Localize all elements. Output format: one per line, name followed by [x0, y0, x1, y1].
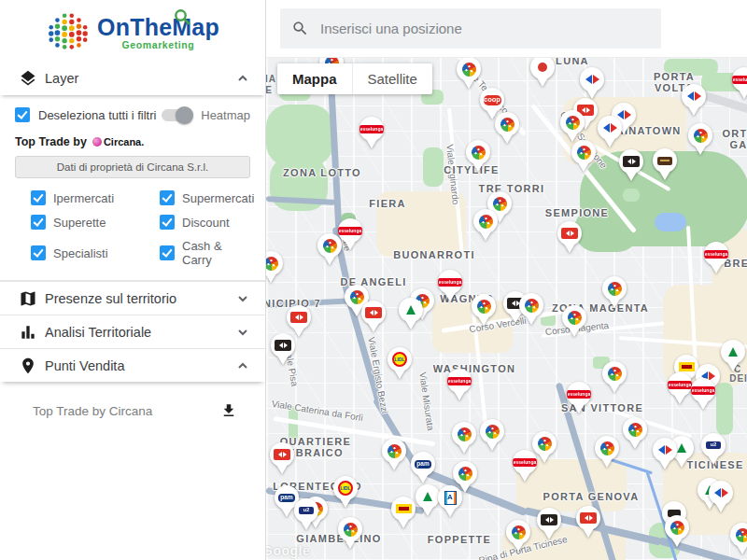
checkbox-label: Supermercati — [182, 191, 254, 205]
store-marker-carrefour-market[interactable] — [575, 506, 601, 540]
store-marker-esselunga[interactable]: esselunga — [437, 270, 463, 304]
store-marker-multicolor[interactable] — [337, 517, 363, 552]
checkbox-icon[interactable] — [31, 215, 46, 230]
store-marker-multicolor[interactable] — [571, 140, 597, 175]
store-marker-multicolor[interactable] — [471, 294, 497, 329]
store-marker-multicolor[interactable] — [494, 112, 520, 147]
top-trade-by-label: Top Trade by — [15, 135, 87, 148]
store-marker-carrefour[interactable] — [579, 67, 605, 102]
store-marker-esselunga[interactable]: esselunga — [512, 450, 538, 484]
store-marker-pam[interactable]: pam — [410, 452, 436, 486]
search-box[interactable] — [280, 8, 661, 49]
layer-section-label: Layer — [45, 71, 237, 86]
store-marker-carrefour-express[interactable] — [618, 149, 644, 184]
store-marker-brown[interactable] — [652, 148, 678, 183]
store-marker-multicolor[interactable] — [687, 123, 713, 158]
store-marker-esselunga[interactable]: esselunga — [359, 117, 385, 151]
map-type-satellite-button[interactable]: Satellite — [352, 63, 432, 94]
checkbox-icon[interactable] — [160, 190, 175, 205]
store-marker-unes[interactable]: u2 — [700, 433, 726, 468]
store-marker-carrefour-express[interactable] — [270, 333, 296, 368]
store-marker-multicolor[interactable] — [266, 251, 284, 286]
app-window: OnTheMap Geomarketing Layer Deseleziona … — [0, 0, 747, 560]
category-checkbox-4[interactable]: Specialisti — [31, 239, 160, 267]
map-canvas[interactable]: Mappa Satellite Google Viale TeodoricoCo… — [266, 58, 747, 560]
marker-logo — [270, 442, 294, 467]
checkbox-icon[interactable] — [160, 245, 175, 260]
store-marker-carrefour-market[interactable] — [269, 442, 295, 477]
deselect-all-checkbox[interactable] — [15, 107, 30, 122]
store-marker-multicolor[interactable] — [451, 422, 477, 456]
store-marker-esselunga[interactable]: esselunga — [690, 378, 716, 413]
layer-section-header[interactable]: Layer — [0, 62, 265, 95]
store-marker-carrefour[interactable] — [681, 84, 707, 119]
category-checkbox-3[interactable]: Discount — [160, 215, 254, 230]
store-marker-multicolor[interactable] — [479, 419, 505, 454]
store-marker-esselunga[interactable]: esselunga — [566, 382, 592, 416]
circana-name: Circana. — [104, 136, 144, 147]
store-marker-multicolor[interactable] — [505, 520, 531, 554]
store-marker-carrefour-market[interactable] — [360, 301, 387, 335]
store-marker-esselunga[interactable]: esselunga — [703, 242, 729, 276]
section-presenze[interactable]: Presenze sul territorio — [0, 281, 265, 315]
store-marker-carrefour-market[interactable] — [557, 221, 583, 256]
section-punti-vendita[interactable]: Punti Vendita — [0, 348, 265, 382]
checkbox-label: Superette — [53, 216, 106, 230]
store-marker-lidl[interactable]: LIDL — [387, 347, 413, 382]
marker-logo: A — [438, 485, 462, 510]
store-marker-multicolor[interactable] — [601, 361, 627, 396]
store-marker-multicolor[interactable] — [594, 436, 620, 470]
store-marker-multicolor[interactable] — [465, 140, 491, 175]
store-marker-carrefour[interactable] — [597, 116, 623, 150]
category-checkbox-1[interactable]: Supermercati — [160, 190, 254, 205]
map-icon — [19, 289, 37, 308]
store-marker-multicolor[interactable] — [729, 523, 747, 557]
store-marker-unes[interactable]: u2 — [293, 498, 319, 533]
store-marker-multicolor[interactable] — [601, 276, 627, 311]
marker-logo — [530, 58, 555, 79]
store-marker-esselunga[interactable]: esselunga — [731, 67, 747, 102]
checkbox-icon[interactable] — [31, 245, 46, 260]
store-marker-multicolor[interactable] — [518, 293, 544, 328]
store-marker-despar[interactable] — [720, 340, 746, 374]
store-marker-multicolor[interactable] — [622, 417, 648, 452]
category-checkbox-0[interactable]: Ipermercati — [31, 190, 160, 205]
checkbox-label: Cash & Carry — [182, 239, 254, 267]
download-icon[interactable] — [220, 402, 237, 419]
layers-icon — [19, 69, 37, 88]
store-marker-lidl[interactable]: LIDL — [332, 476, 359, 511]
marker-logo — [338, 517, 362, 541]
checkbox-icon[interactable] — [31, 190, 46, 205]
marker-logo — [506, 520, 530, 544]
section-analisi[interactable]: Analisi Territoriale — [0, 315, 265, 348]
marker-logo: esselunga — [359, 117, 384, 141]
store-marker-carrefour-express[interactable] — [536, 508, 562, 542]
marker-logo — [730, 523, 747, 547]
district-label: ZONA LOTTO — [283, 167, 361, 178]
store-marker-esselunga[interactable]: esselunga — [667, 372, 693, 407]
category-checkbox-5[interactable]: Cash & Carry — [160, 239, 254, 267]
heatmap-toggle[interactable] — [162, 109, 193, 121]
store-marker-multicolor[interactable] — [456, 58, 482, 91]
store-marker-multicolor[interactable] — [381, 439, 407, 473]
store-marker-carrefour[interactable] — [708, 481, 734, 515]
store-marker-carrefour[interactable] — [652, 438, 678, 472]
store-marker-penny[interactable] — [390, 497, 416, 531]
marker-logo — [495, 112, 519, 136]
store-marker-multicolor[interactable] — [472, 209, 499, 244]
checkbox-icon[interactable] — [160, 215, 175, 230]
store-marker-multicolor[interactable] — [664, 515, 690, 550]
store-marker-despar[interactable] — [398, 298, 424, 332]
map-type-mappa-button[interactable]: Mappa — [277, 63, 352, 94]
store-marker-multicolor[interactable] — [561, 305, 587, 340]
store-marker-aldi[interactable]: A — [437, 485, 463, 520]
store-marker-red-dot[interactable] — [529, 58, 556, 90]
marker-logo — [382, 439, 406, 463]
category-checkbox-2[interactable]: Superette — [31, 215, 160, 230]
store-marker-multicolor[interactable] — [317, 233, 343, 268]
marker-logo — [595, 436, 619, 460]
store-marker-esselunga[interactable]: esselunga — [446, 369, 472, 403]
marker-logo — [557, 221, 582, 245]
search-input[interactable] — [320, 21, 650, 36]
district-label: SEMPIONE — [545, 207, 609, 218]
